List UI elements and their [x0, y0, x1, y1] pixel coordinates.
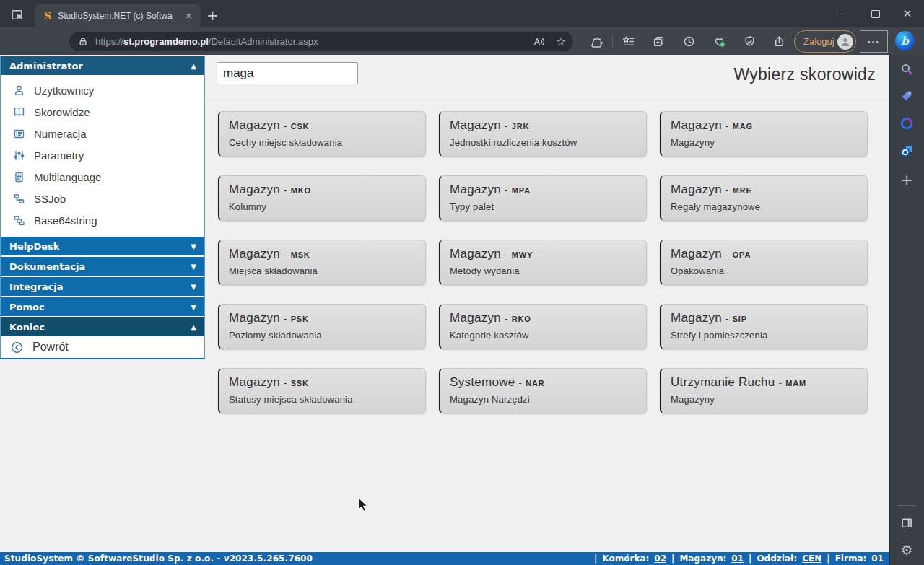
flow-icon: [13, 193, 25, 205]
statusbar-value-magazyn[interactable]: 01: [731, 553, 744, 564]
skorowidz-card[interactable]: Magazyn-MKO Kolumny: [218, 175, 426, 221]
sidebar-item-parametry[interactable]: Parametry: [1, 144, 204, 166]
card-description: Typy palet: [450, 201, 636, 212]
card-title: Systemowe-NAR: [450, 375, 636, 390]
page-title: Wybierz skorowidz: [733, 65, 876, 84]
chevron-up-icon: ▲: [191, 323, 196, 331]
skorowidz-card[interactable]: Magazyn-PSK Poziomy składowania: [218, 304, 426, 349]
skorowidz-card[interactable]: Magazyn-SSK Statusy miejsca składowania: [218, 368, 426, 413]
new-tab-button[interactable]: +: [206, 9, 219, 22]
app-statusbar: StudioSystem © SoftwareStudio Sp. z o.o.…: [0, 552, 889, 565]
content-divider: [206, 100, 889, 100]
history-icon[interactable]: [681, 34, 696, 48]
admin-menu: Użytkownicy Skorowidze Numeracja Paramet…: [1, 75, 204, 235]
login-button[interactable]: Zaloguj: [794, 30, 856, 53]
section-label: HelpDesk: [9, 241, 59, 252]
sidebar-section-dokumentacja[interactable]: Dokumentacja ▼: [1, 257, 204, 276]
sidebar-search-icon[interactable]: [898, 61, 915, 78]
lock-icon[interactable]: [78, 37, 88, 47]
extensions-icon[interactable]: [590, 34, 604, 48]
section-label: Administrator: [9, 61, 83, 71]
skorowidz-card[interactable]: Magazyn-SIP Strefy i pomieszczenia: [660, 304, 868, 349]
statusbar-label-magazyn: Magazyn:: [679, 553, 726, 564]
statusbar-value-oddzial[interactable]: CEN: [802, 553, 821, 564]
card-title: Magazyn-RKO: [450, 311, 636, 325]
card-description: Strefy i pomieszczenia: [671, 330, 857, 341]
menu-item-label: Użytkownicy: [34, 84, 94, 97]
sidebar-panel-toggle-icon[interactable]: [898, 514, 915, 531]
skorowidz-card[interactable]: Utrzymanie Ruchu-MAM Magazyny: [660, 368, 868, 413]
statusbar-value-komorka[interactable]: 02: [654, 553, 666, 564]
card-title: Magazyn-MRE: [671, 183, 857, 197]
search-input[interactable]: [217, 62, 358, 84]
read-aloud-icon[interactable]: [533, 35, 546, 48]
sidebar-m365-icon[interactable]: [898, 115, 915, 132]
sidebar-section-pomoc[interactable]: Pomoc ▼: [1, 297, 204, 316]
sidebar-item-uzytkownicy[interactable]: Użytkownicy: [1, 79, 204, 101]
card-description: Cechy miejsc składowania: [229, 137, 415, 148]
skorowidz-card[interactable]: Magazyn-OPA Opakowania: [660, 240, 868, 285]
window-minimize-button[interactable]: [828, 0, 861, 27]
sidebar-settings-gear-icon[interactable]: ⚙: [898, 541, 915, 559]
browser-tab[interactable]: S StudioSystem.NET (c) SoftwareStu ✕: [35, 4, 201, 27]
collections-icon[interactable]: [651, 34, 666, 48]
sidebar-item-skorowidze[interactable]: Skorowidze: [1, 101, 204, 123]
share-icon[interactable]: [772, 34, 786, 48]
card-title: Magazyn-JRK: [450, 118, 636, 133]
skorowidz-card[interactable]: Systemowe-NAR Magazyn Narzędzi: [439, 368, 647, 413]
login-label: Zaloguj: [803, 36, 834, 47]
sidebar-item-numeracja[interactable]: Numeracja: [1, 123, 204, 144]
site-favicon-icon: S: [44, 10, 51, 22]
menu-item-label: SSJob: [34, 193, 66, 205]
card-title: Magazyn-MWY: [450, 247, 636, 261]
sidebar-item-multilanguage[interactable]: Multilanguage: [1, 166, 204, 188]
chevron-down-icon: ▼: [191, 303, 196, 311]
sidebar-section-koniec[interactable]: Koniec ▲: [1, 317, 204, 336]
card-description: Magazyn Narzędzi: [450, 394, 636, 405]
card-description: Jednostki rozliczenia kosztów: [450, 137, 636, 148]
card-title: Magazyn-CSK: [229, 118, 415, 133]
window-maximize-button[interactable]: [859, 0, 892, 27]
skorowidz-card[interactable]: Magazyn-MSK Miejsca składowania: [218, 240, 426, 285]
settings-more-button[interactable]: ●●●: [860, 30, 888, 53]
numbering-icon: [13, 128, 25, 140]
skorowidz-card[interactable]: Magazyn-MWY Metody wydania: [439, 240, 647, 285]
card-description: Kategorie kosztów: [450, 330, 636, 341]
chevron-down-icon: ▼: [191, 263, 196, 271]
card-grid: Magazyn-CSK Cechy miejsc składowania Mag…: [218, 111, 868, 413]
sliders-icon: [13, 149, 25, 162]
sidebar-item-ssjob[interactable]: SSJob: [1, 188, 204, 209]
sidebar-item-base64string[interactable]: Base64string: [1, 209, 204, 231]
sidebar-section-integracja[interactable]: Integracja ▼: [1, 277, 204, 296]
sidebar-shopping-icon[interactable]: [898, 87, 915, 105]
copilot-icon[interactable]: b: [895, 31, 915, 51]
skorowidz-card[interactable]: Magazyn-MAG Magazyny: [660, 111, 868, 157]
address-bar[interactable]: https://st.programdemo.pl/DefaultAdminis…: [69, 32, 573, 51]
favorites-icon[interactable]: [621, 34, 635, 48]
card-description: Regały magazynowe: [671, 201, 857, 212]
sidebar-divider: [897, 505, 916, 506]
skorowidz-card[interactable]: Magazyn-RKO Kategorie kosztów: [439, 304, 647, 349]
favorite-star-icon[interactable]: ☆: [556, 35, 566, 48]
sidebar-add-icon[interactable]: +: [898, 172, 915, 189]
window-close-button[interactable]: ✕: [891, 0, 924, 27]
sidebar-item-powrot[interactable]: Powrót: [1, 336, 204, 358]
sidebar-outlook-icon[interactable]: [898, 142, 915, 159]
flow-icon: [13, 214, 25, 227]
workspaces-icon[interactable]: [7, 6, 26, 23]
url-text: https://st.programdemo.pl/DefaultAdminis…: [95, 36, 318, 47]
skorowidz-card[interactable]: Magazyn-CSK Cechy miejsc składowania: [218, 111, 426, 157]
card-title: Magazyn-OPA: [671, 247, 857, 261]
sidebar-section-helpdesk[interactable]: HelpDesk ▼: [1, 237, 204, 255]
toolbar-divider: [612, 35, 613, 47]
card-description: Poziomy składowania: [229, 330, 415, 341]
skorowidz-card[interactable]: Magazyn-JRK Jednostki rozliczenia kosztó…: [439, 111, 647, 157]
menu-item-label: Base64string: [34, 214, 97, 227]
skorowidz-card[interactable]: Magazyn-MPA Typy palet: [439, 175, 647, 221]
web-capture-icon[interactable]: [742, 34, 757, 48]
sidebar-section-administrator[interactable]: Administrator ▲: [1, 56, 204, 75]
document-icon: [13, 171, 25, 183]
browser-essentials-icon[interactable]: [712, 34, 726, 48]
tab-close-icon[interactable]: ✕: [182, 9, 195, 22]
skorowidz-card[interactable]: Magazyn-MRE Regały magazynowe: [660, 175, 868, 221]
